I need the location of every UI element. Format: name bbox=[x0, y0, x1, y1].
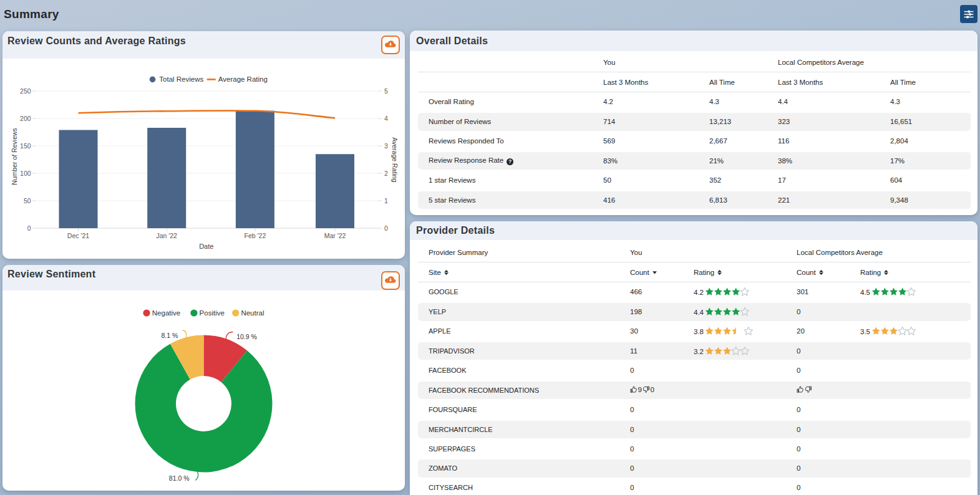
svg-text:Total Reviews: Total Reviews bbox=[159, 75, 203, 83]
svg-text:250: 250 bbox=[20, 87, 31, 95]
svg-text:Average Rating: Average Rating bbox=[391, 137, 399, 182]
svg-text:3: 3 bbox=[384, 142, 388, 150]
svg-text:Positive: Positive bbox=[200, 309, 225, 317]
svg-text:Feb '22: Feb '22 bbox=[245, 232, 266, 239]
svg-text:Negative: Negative bbox=[152, 309, 180, 317]
svg-text:50: 50 bbox=[24, 197, 31, 204]
svg-text:Neutral: Neutral bbox=[241, 309, 264, 317]
svg-text:Number of Reviews: Number of Reviews bbox=[11, 128, 18, 185]
svg-text:0: 0 bbox=[384, 224, 388, 232]
svg-text:150: 150 bbox=[20, 142, 31, 150]
svg-text:Date: Date bbox=[199, 243, 213, 250]
svg-text:100: 100 bbox=[20, 170, 31, 177]
svg-text:Average Rating: Average Rating bbox=[218, 75, 268, 83]
svg-text:2: 2 bbox=[384, 170, 388, 177]
svg-text:Jan '22: Jan '22 bbox=[156, 232, 177, 239]
svg-text:200: 200 bbox=[20, 115, 31, 122]
svg-text:5: 5 bbox=[384, 87, 388, 95]
svg-text:Dec '21: Dec '21 bbox=[67, 232, 89, 239]
svg-text:8.1 %: 8.1 % bbox=[161, 332, 178, 339]
svg-text:0: 0 bbox=[27, 224, 31, 232]
svg-text:10.9 %: 10.9 % bbox=[236, 333, 257, 340]
svg-text:1: 1 bbox=[384, 197, 388, 204]
svg-text:4: 4 bbox=[384, 115, 388, 122]
svg-text:81.0 %: 81.0 % bbox=[169, 474, 190, 482]
svg-text:Mar '22: Mar '22 bbox=[324, 232, 346, 239]
